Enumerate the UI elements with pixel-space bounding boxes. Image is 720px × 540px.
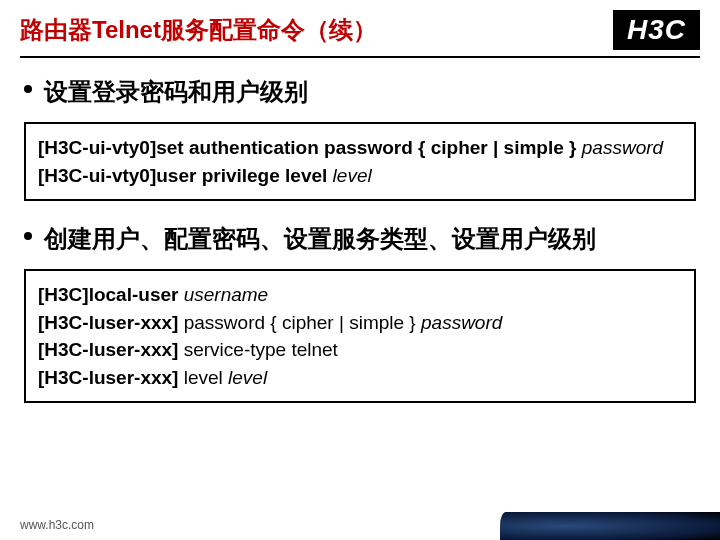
code-arg: username: [178, 284, 268, 305]
code-line: [H3C-luser-xxx] password { cipher | simp…: [38, 309, 682, 337]
section2-heading: 创建用户、配置密码、设置服务类型、设置用户级别: [0, 217, 720, 265]
header-divider: [20, 56, 700, 58]
code-text: service-type telnet: [178, 339, 337, 360]
code-arg: password: [577, 137, 664, 158]
section2-title-text: 创建用户、配置密码、设置服务类型、设置用户级别: [44, 225, 596, 252]
code-line: [H3C-ui-vty0]user privilege level level: [38, 162, 682, 190]
code-text: [H3C-luser-xxx]: [38, 367, 178, 388]
code-text: password { cipher | simple }: [178, 312, 415, 333]
code-arg: password: [416, 312, 503, 333]
code-line: [H3C-ui-vty0]set authentication password…: [38, 134, 682, 162]
code-text: [H3C-ui-vty0]user privilege level: [38, 165, 327, 186]
code-line: [H3C]local-user username: [38, 281, 682, 309]
bullet-icon: [24, 232, 32, 240]
code-block-2: [H3C]local-user username [H3C-luser-xxx]…: [24, 269, 696, 403]
code-arg: level: [223, 367, 267, 388]
code-text: [H3C]local-user: [38, 284, 178, 305]
brand-logo: H3C: [613, 10, 700, 50]
code-block-1: [H3C-ui-vty0]set authentication password…: [24, 122, 696, 201]
bullet-icon: [24, 85, 32, 93]
code-line: [H3C-luser-xxx] level level: [38, 364, 682, 392]
slide-header: 路由器Telnet服务配置命令（续） H3C: [0, 0, 720, 56]
section1-heading: 设置登录密码和用户级别: [0, 70, 720, 118]
code-text: [H3C-luser-xxx]: [38, 312, 178, 333]
code-text: level: [178, 367, 222, 388]
code-line: [H3C-luser-xxx] service-type telnet: [38, 336, 682, 364]
footer-url: www.h3c.com: [20, 518, 94, 532]
section1-title-text: 设置登录密码和用户级别: [44, 78, 308, 105]
code-arg: level: [327, 165, 371, 186]
code-text: [H3C-luser-xxx]: [38, 339, 178, 360]
slide-title: 路由器Telnet服务配置命令（续）: [20, 14, 377, 46]
code-text: [H3C-ui-vty0]set authentication password…: [38, 137, 577, 158]
footer-decoration: [500, 512, 720, 540]
